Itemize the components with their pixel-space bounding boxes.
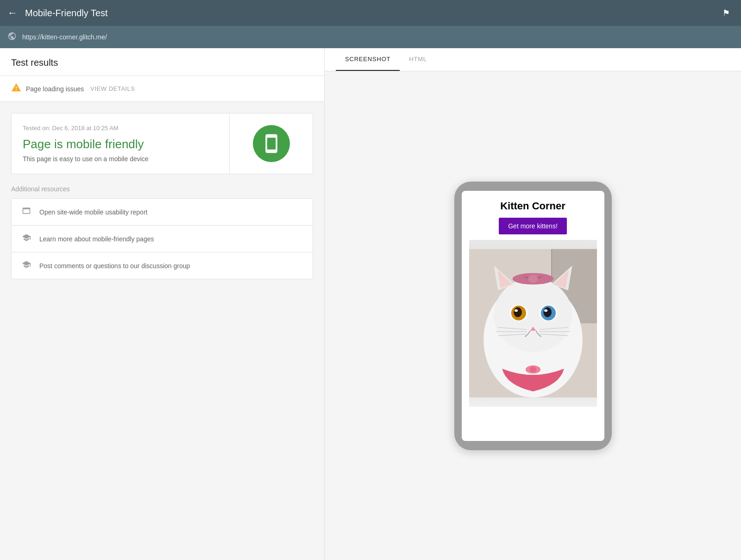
svg-point-14 xyxy=(514,309,517,311)
svg-point-27 xyxy=(529,366,536,372)
tabs: SCREENSHOT HTML xyxy=(325,48,741,71)
resource-item-usability[interactable]: Open site-wide mobile usability report xyxy=(12,199,313,226)
phone-frame: Kitten Corner Get more kittens! xyxy=(454,182,612,450)
view-details-button[interactable]: VIEW DETAILS xyxy=(90,85,135,92)
phone-site-title: Kitten Corner xyxy=(500,200,565,212)
url-bar: https://kitten-corner.glitch.me/ xyxy=(0,26,741,48)
tab-html[interactable]: HTML xyxy=(400,48,436,71)
discussion-icon xyxy=(21,260,32,271)
content-area: Test results Page loading issues VIEW DE… xyxy=(0,48,741,560)
phone-content: Kitten Corner Get more kittens! xyxy=(462,191,604,416)
warning-bar: Page loading issues VIEW DETAILS xyxy=(0,76,324,102)
mobile-friendly-desc: This page is easy to use on a mobile dev… xyxy=(23,155,218,163)
test-results-title: Test results xyxy=(11,57,313,68)
warning-icon xyxy=(11,82,21,95)
right-panel: SCREENSHOT HTML Kitten Corner Get more k… xyxy=(325,48,741,560)
resource-item-discussion[interactable]: Post comments or questions to our discus… xyxy=(12,252,313,279)
tested-on-text: Tested on: Dec 6, 2018 at 10:25 AM xyxy=(23,125,218,132)
phone-get-kittens-button[interactable]: Get more kittens! xyxy=(499,218,567,234)
tab-screenshot[interactable]: SCREENSHOT xyxy=(336,48,400,71)
phone-screen: Kitten Corner Get more kittens! xyxy=(462,191,604,441)
back-button[interactable]: ← xyxy=(7,7,18,19)
resource-label-usability: Open site-wide mobile usability report xyxy=(39,208,147,216)
url-text: https://kitten-corner.glitch.me/ xyxy=(22,33,107,41)
svg-point-17 xyxy=(543,307,552,317)
resource-label-learn: Learn more about mobile-friendly pages xyxy=(39,235,154,243)
warning-text: Page loading issues xyxy=(26,85,84,93)
mobile-friendly-title: Page is mobile friendly xyxy=(23,137,218,151)
result-card-icon-area xyxy=(229,113,313,174)
app-title: Mobile-Friendly Test xyxy=(25,8,719,19)
result-card: Tested on: Dec 6, 2018 at 10:25 AM Page … xyxy=(11,113,313,174)
phone-preview-area: Kitten Corner Get more kittens! xyxy=(325,71,741,560)
svg-point-4 xyxy=(494,278,572,352)
feedback-icon[interactable]: ⚑ xyxy=(719,6,734,20)
svg-point-18 xyxy=(544,309,547,311)
cat-image xyxy=(469,240,597,407)
resources-card: Open site-wide mobile usability report L… xyxy=(11,198,313,279)
test-results-header: Test results xyxy=(0,48,324,76)
additional-resources-heading: Additional resources xyxy=(11,185,313,193)
top-bar: ← Mobile-Friendly Test ⚑ xyxy=(0,0,741,26)
resource-item-learn[interactable]: Learn more about mobile-friendly pages xyxy=(12,226,313,252)
usability-icon xyxy=(21,206,32,218)
mobile-icon-circle xyxy=(253,125,290,162)
additional-resources: Additional resources Open site-wide mobi… xyxy=(11,185,313,279)
learn-icon xyxy=(21,233,32,245)
svg-point-13 xyxy=(514,307,522,317)
svg-point-10 xyxy=(528,274,538,283)
left-panel: Test results Page loading issues VIEW DE… xyxy=(0,48,324,560)
resource-label-discussion: Post comments or questions to our discus… xyxy=(39,262,190,270)
result-card-left: Tested on: Dec 6, 2018 at 10:25 AM Page … xyxy=(12,113,229,174)
globe-icon xyxy=(7,31,17,43)
